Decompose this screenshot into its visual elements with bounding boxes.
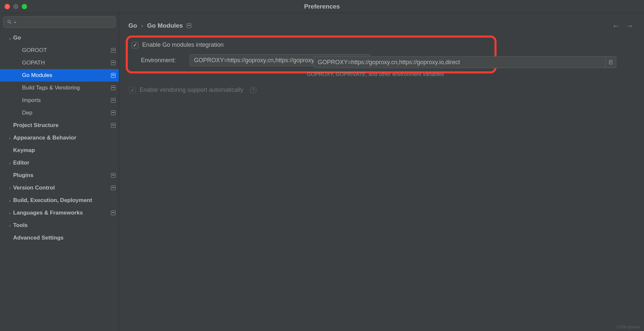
document-icon <box>608 60 613 65</box>
project-scope-icon <box>111 61 116 65</box>
project-scope-icon <box>111 186 116 190</box>
sidebar-item-version-control[interactable]: › Version Control <box>0 182 119 194</box>
project-scope-icon <box>111 48 116 53</box>
close-window-button[interactable] <box>5 4 10 9</box>
enable-vendoring-checkbox <box>129 87 136 93</box>
sidebar-item-label: GOPATH <box>22 60 109 66</box>
titlebar: Preferences <box>0 0 644 13</box>
sidebar-item-project-structure[interactable]: Project Structure <box>0 119 119 132</box>
chevron-right-icon: › <box>9 223 11 228</box>
settings-sidebar: ▾ ⌄ Go GOROOT GOPATH Go Modules <box>0 13 119 331</box>
maximize-window-button[interactable] <box>22 4 27 9</box>
project-scope-icon <box>187 23 191 28</box>
sidebar-item-gopath[interactable]: GOPATH <box>0 57 119 69</box>
environment-browse-button[interactable] <box>605 56 616 68</box>
nav-forward-button[interactable]: → <box>626 22 633 30</box>
sidebar-item-label: Go <box>13 35 116 41</box>
sidebar-item-label: Imports <box>22 97 109 104</box>
sidebar-item-label: Keymap <box>13 147 116 154</box>
chevron-right-icon: › <box>9 198 11 203</box>
search-history-icon[interactable]: ▾ <box>14 20 16 24</box>
sidebar-item-label: Build Tags & Vendoring <box>22 85 109 91</box>
sidebar-item-appearance[interactable]: › Appearance & Behavior <box>0 132 119 144</box>
sidebar-item-label: Project Structure <box>13 122 109 129</box>
enable-go-modules-label: Enable Go modules integration <box>142 41 224 48</box>
settings-tree: ⌄ Go GOROOT GOPATH Go Modules Build Tags… <box>0 30 119 331</box>
project-scope-icon <box>111 98 116 103</box>
project-scope-icon <box>111 173 116 178</box>
chevron-right-icon: › <box>9 161 11 166</box>
sidebar-item-build-tags[interactable]: Build Tags & Vendoring <box>0 82 119 94</box>
sidebar-item-label: Go Modules <box>22 72 109 79</box>
sidebar-item-languages-frameworks[interactable]: › Languages & Frameworks <box>0 207 119 219</box>
sidebar-item-label: Editor <box>13 160 116 166</box>
project-scope-icon <box>111 111 116 115</box>
sidebar-item-go-modules[interactable]: Go Modules <box>0 69 119 82</box>
sidebar-item-plugins[interactable]: Plugins <box>0 169 119 182</box>
environment-input-extension <box>313 56 616 68</box>
preferences-window: Preferences ▾ ⌄ Go GOROOT <box>0 0 644 331</box>
sidebar-item-go[interactable]: ⌄ Go <box>0 32 119 44</box>
sidebar-item-tools[interactable]: › Tools <box>0 219 119 232</box>
chevron-right-icon: › <box>9 211 11 216</box>
window-controls <box>5 4 27 9</box>
enable-go-modules-row: Enable Go modules integration <box>132 41 489 48</box>
environment-input-full[interactable] <box>313 56 605 68</box>
breadcrumb-root[interactable]: Go <box>128 22 137 29</box>
chevron-down-icon: ⌄ <box>8 36 12 40</box>
sidebar-item-build-execution[interactable]: › Build, Execution, Deployment <box>0 194 119 207</box>
sidebar-item-label: Build, Execution, Deployment <box>13 197 116 204</box>
content-header: Go › Go Modules ← → <box>119 13 644 36</box>
nav-back-button[interactable]: ← <box>612 22 620 30</box>
sidebar-item-label: Appearance & Behavior <box>13 135 116 141</box>
sidebar-item-dep[interactable]: Dep <box>0 107 119 119</box>
breadcrumb-leaf: Go Modules <box>147 22 183 29</box>
help-icon[interactable]: ? <box>250 87 256 93</box>
sidebar-item-label: GOROOT <box>22 47 109 54</box>
preferences-body: ▾ ⌄ Go GOROOT GOPATH Go Modules <box>0 13 644 331</box>
sidebar-item-label: Plugins <box>13 172 109 179</box>
search-input[interactable]: ▾ <box>3 16 116 28</box>
search-container: ▾ <box>0 13 119 30</box>
chevron-right-icon: › <box>9 136 11 140</box>
sidebar-item-label: Languages & Frameworks <box>13 210 109 216</box>
sidebar-item-label: Dep <box>22 110 109 116</box>
header-nav: ← → <box>612 22 635 30</box>
enable-go-modules-checkbox[interactable] <box>132 42 138 48</box>
project-scope-icon <box>111 211 116 215</box>
sidebar-item-advanced-settings[interactable]: Advanced Settings <box>0 232 119 244</box>
enable-vendoring-label: Enable vendoring support automatically <box>140 87 243 93</box>
breadcrumb-separator-icon: › <box>141 22 143 29</box>
breadcrumb: Go › Go Modules <box>128 22 191 29</box>
project-scope-icon <box>111 123 116 128</box>
sidebar-item-imports[interactable]: Imports <box>0 94 119 107</box>
environment-hint: GOPROXY, GOPRIVATE, and other environmen… <box>307 71 644 77</box>
settings-content: Go › Go Modules ← → Enable Go modules in… <box>119 13 644 331</box>
project-scope-icon <box>111 73 116 78</box>
sidebar-item-label: Advanced Settings <box>13 235 116 241</box>
search-icon <box>7 19 12 25</box>
chevron-right-icon: › <box>9 186 11 191</box>
watermark-text: CSDN @dnice <box>616 325 640 329</box>
sidebar-item-keymap[interactable]: Keymap <box>0 144 119 157</box>
sidebar-item-goroot[interactable]: GOROOT <box>0 44 119 57</box>
sidebar-item-label: Tools <box>13 222 116 229</box>
sidebar-item-label: Version Control <box>13 185 109 191</box>
sidebar-item-editor[interactable]: › Editor <box>0 157 119 169</box>
minimize-window-button[interactable] <box>13 4 18 9</box>
window-title: Preferences <box>304 3 340 10</box>
environment-label: Environment: <box>141 57 184 64</box>
vendoring-row: Enable vendoring support automatically ? <box>129 87 644 93</box>
project-scope-icon <box>111 86 116 90</box>
